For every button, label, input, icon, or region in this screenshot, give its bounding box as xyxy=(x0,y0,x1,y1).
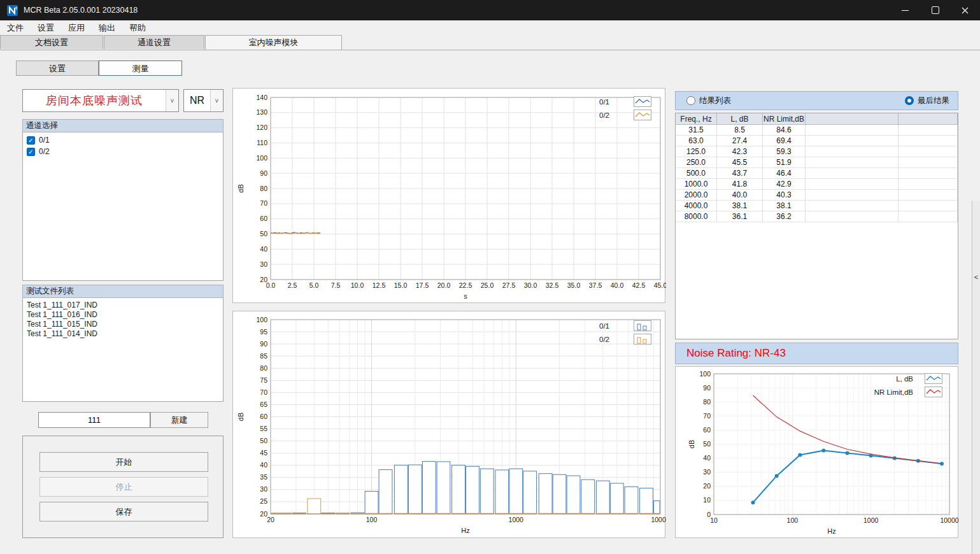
table-cell xyxy=(806,146,898,157)
chart-legend: 0/10/2 xyxy=(599,320,651,344)
svg-text:85: 85 xyxy=(260,352,267,360)
table-cell xyxy=(806,201,898,211)
tab-channel-settings[interactable]: 通道设置 xyxy=(104,35,204,49)
table-cell: 45.5 xyxy=(717,157,763,168)
table-cell: 42.9 xyxy=(763,179,806,190)
legend-label: 0/2 xyxy=(599,336,609,343)
menu-item-settings[interactable]: 设置 xyxy=(31,21,61,35)
table-header-cell[interactable] xyxy=(806,113,898,125)
test-file-list-header: 测试文件列表 xyxy=(22,285,224,298)
channel-item[interactable]: ✓0/1 xyxy=(24,134,222,146)
file-list-item[interactable]: Test 1_111_017_IND xyxy=(23,301,223,310)
table-cell xyxy=(898,125,958,136)
table-row[interactable]: 31.58.584.6 xyxy=(676,125,958,136)
table-row[interactable]: 250.045.551.9 xyxy=(676,157,958,168)
new-button[interactable]: 新建 xyxy=(150,412,208,428)
svg-text:95: 95 xyxy=(260,328,267,336)
svg-text:40: 40 xyxy=(260,461,267,469)
svg-text:10: 10 xyxy=(703,496,711,504)
table-cell: 69.4 xyxy=(763,136,806,146)
table-row[interactable]: 63.027.469.4 xyxy=(676,136,958,146)
svg-text:30: 30 xyxy=(260,485,267,493)
table-cell xyxy=(806,211,898,222)
table-cell: 36.1 xyxy=(717,211,763,222)
stop-button: 停止 xyxy=(39,477,208,497)
table-header-cell[interactable]: L, dB xyxy=(717,113,763,125)
svg-text:130: 130 xyxy=(256,108,267,116)
save-button[interactable]: 保存 xyxy=(39,502,208,522)
file-list-item[interactable]: Test 1_111_016_IND xyxy=(23,310,223,320)
table-header-cell[interactable]: Freq., Hz xyxy=(676,113,717,125)
menu-item-help[interactable]: 帮助 xyxy=(122,21,153,35)
svg-text:Hz: Hz xyxy=(827,527,835,535)
test-type-combobox[interactable]: 房间本底噪声测试 ˅ xyxy=(22,89,179,112)
svg-text:55: 55 xyxy=(260,425,267,432)
collapse-panel-handle[interactable]: < xyxy=(972,273,980,281)
subtab-settings[interactable]: 设置 xyxy=(16,60,99,76)
table-row[interactable]: 125.042.359.3 xyxy=(676,146,958,157)
file-prefix-input[interactable] xyxy=(38,412,150,428)
side-panel-strip xyxy=(972,201,980,554)
table-header-cell[interactable] xyxy=(898,113,958,125)
channel-list: ✓0/1✓0/2 xyxy=(22,132,224,281)
rating-standard-combobox[interactable]: NR ˅ xyxy=(183,89,224,112)
svg-text:45: 45 xyxy=(260,449,267,457)
table-row[interactable]: 500.043.746.4 xyxy=(676,168,958,179)
titlebar: MCR Beta 2.05.0.001 20230418 xyxy=(0,0,980,20)
radio-unselected-icon[interactable] xyxy=(686,96,695,105)
legend-label: L, dB xyxy=(896,375,913,383)
table-cell: 1000.0 xyxy=(676,179,717,190)
legend-entry: L, dB xyxy=(896,373,942,384)
svg-text:110: 110 xyxy=(257,139,267,146)
start-button[interactable]: 开始 xyxy=(39,452,208,472)
maximize-button[interactable] xyxy=(920,0,950,20)
svg-text:80: 80 xyxy=(260,364,267,372)
table-row[interactable]: 2000.040.040.3 xyxy=(676,190,958,201)
tab-document-settings[interactable]: 文档设置 xyxy=(0,35,103,49)
table-cell: 41.8 xyxy=(717,179,763,190)
window-title: MCR Beta 2.05.0.001 20230418 xyxy=(24,6,138,15)
table-cell xyxy=(898,179,958,190)
radio-result-list[interactable]: 结果列表 xyxy=(686,96,731,106)
channel-item[interactable]: ✓0/2 xyxy=(24,146,222,157)
chevron-down-icon[interactable]: ˅ xyxy=(166,90,178,111)
svg-text:100: 100 xyxy=(256,316,267,323)
svg-text:35.0: 35.0 xyxy=(567,281,581,289)
radio-last-result[interactable]: 最后结果 xyxy=(905,96,949,106)
svg-text:25.0: 25.0 xyxy=(481,281,494,289)
table-header-cell[interactable]: NR Limit,dB xyxy=(763,113,806,125)
table-cell: 8000.0 xyxy=(676,211,717,222)
menu-item-output[interactable]: 输出 xyxy=(92,21,122,35)
table-cell xyxy=(898,190,958,201)
table-cell: 38.1 xyxy=(763,201,806,211)
table-row[interactable]: 8000.036.136.2 xyxy=(676,211,958,222)
subtab-measurement[interactable]: 测量 xyxy=(99,60,182,76)
chevron-down-icon[interactable]: ˅ xyxy=(210,90,223,111)
menu-item-file[interactable]: 文件 xyxy=(0,21,31,35)
test-file-list: Test 1_111_017_INDTest 1_111_016_INDTest… xyxy=(22,298,224,402)
line-series-icon xyxy=(925,387,942,397)
table-row[interactable]: 1000.041.842.9 xyxy=(676,179,958,190)
checkbox-checked-icon[interactable]: ✓ xyxy=(27,148,35,156)
svg-text:140: 140 xyxy=(256,94,267,101)
svg-text:80: 80 xyxy=(703,398,711,406)
table-row[interactable]: 4000.038.138.1 xyxy=(676,201,958,211)
radio-selected-icon[interactable] xyxy=(905,96,914,105)
svg-text:40: 40 xyxy=(260,245,267,253)
channel-label: 0/2 xyxy=(39,147,50,156)
checkbox-checked-icon[interactable]: ✓ xyxy=(27,136,35,145)
menu-item-apply[interactable]: 应用 xyxy=(61,21,92,35)
close-icon xyxy=(962,7,969,14)
tab-indoor-noise-module[interactable]: 室内噪声模块 xyxy=(205,35,342,50)
minimize-button[interactable] xyxy=(890,0,920,20)
svg-text:30.0: 30.0 xyxy=(524,281,537,289)
svg-text:40.0: 40.0 xyxy=(611,281,624,289)
table-cell xyxy=(806,168,898,179)
file-list-item[interactable]: Test 1_111_014_IND xyxy=(23,329,223,339)
svg-text:10: 10 xyxy=(710,516,718,524)
svg-text:dB: dB xyxy=(237,413,245,421)
minimize-icon xyxy=(902,10,909,11)
file-list-item[interactable]: Test 1_111_015_IND xyxy=(23,320,223,329)
close-button[interactable] xyxy=(950,0,980,20)
legend-label: 0/1 xyxy=(599,98,609,106)
